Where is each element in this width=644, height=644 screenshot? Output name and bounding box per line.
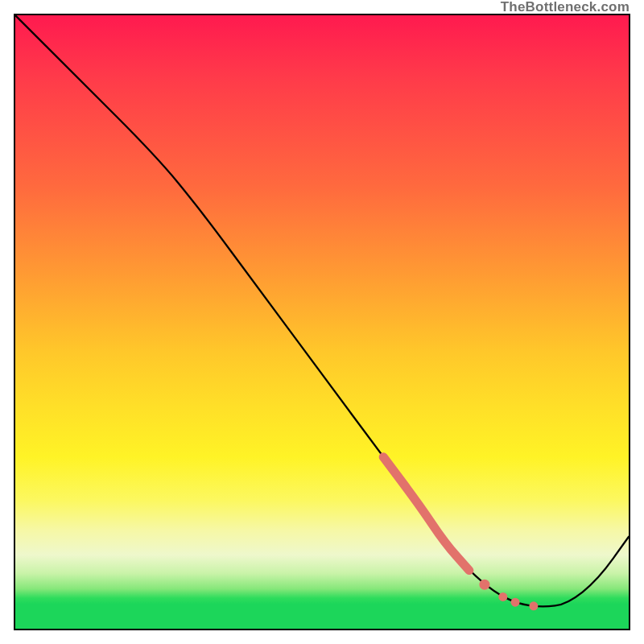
highlight-dot [479, 580, 489, 590]
highlight-dots [479, 580, 538, 611]
bottleneck-curve [15, 15, 629, 606]
watermark-text: TheBottleneck.com [501, 0, 630, 15]
chart-canvas: TheBottleneck.com [0, 0, 644, 644]
highlight-dot [529, 601, 538, 610]
highlighted-range [383, 457, 469, 571]
plot-area [14, 14, 630, 630]
highlight-dot [498, 592, 507, 601]
highlight-dot [511, 598, 520, 607]
chart-svg-layer [15, 15, 629, 629]
